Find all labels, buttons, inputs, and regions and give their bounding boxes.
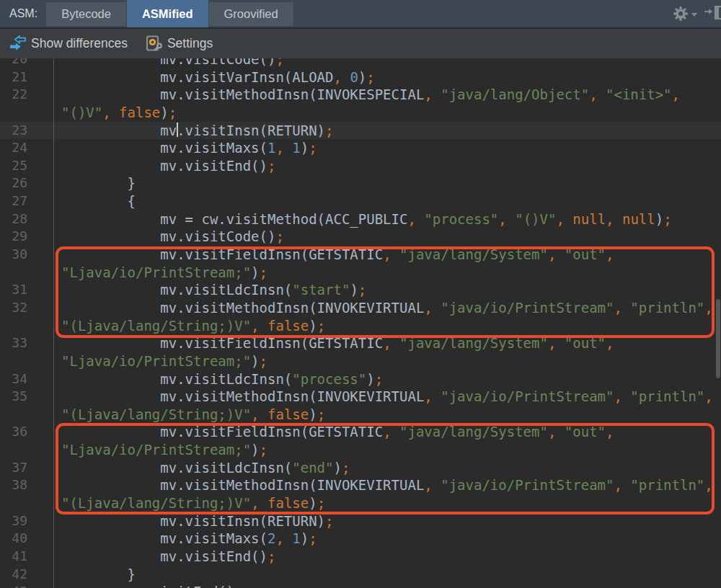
code-editor[interactable]: 20 mv.visitCode();21 mv.visitVarInsn(ALO… xyxy=(0,58,721,588)
code-line[interactable]: 30 mv.visitFieldInsn(GETSTATIC, "java/la… xyxy=(0,246,721,264)
code-text: mv.visitLdcInsn("start"); xyxy=(54,281,366,299)
code-text: "(Ljava/lang/String;)V", false); xyxy=(54,317,325,335)
line-number: 22 xyxy=(0,86,54,104)
code-text: mv.visitFieldInsn(GETSTATIC, "java/lang/… xyxy=(54,246,614,264)
code-text: mv.visitInsn(RETURN); xyxy=(54,512,334,530)
code-text: mv.visitMethodInsn(INVOKESPECIAL, "java/… xyxy=(54,86,680,104)
chevron-down-icon[interactable] xyxy=(691,13,697,17)
show-differences-label: Show differences xyxy=(31,36,128,51)
code-text: mv.visitVarInsn(ALOAD, 0); xyxy=(54,68,375,86)
line-number: 27 xyxy=(0,192,54,210)
code-text: mv.visitFieldInsn(GETSTATIC, "java/lang/… xyxy=(54,334,614,352)
code-line[interactable]: 29 mv.visitCode(); xyxy=(0,228,721,246)
tab-asmified[interactable]: ASMified xyxy=(127,0,208,27)
code-line[interactable]: 42 } xyxy=(0,566,721,584)
code-line[interactable]: 25 mv.visitEnd(); xyxy=(0,157,721,175)
line-number: 43 xyxy=(0,583,54,588)
code-line[interactable]: "(Ljava/lang/String;)V", false); xyxy=(0,406,721,424)
code-line[interactable]: 27 { xyxy=(0,192,721,210)
line-number: 35 xyxy=(0,388,54,406)
tab-bar: ASM: Bytecode ASMified Groovified xyxy=(0,0,721,27)
line-number: 28 xyxy=(0,210,54,228)
line-number xyxy=(0,317,54,335)
code-text: } xyxy=(54,566,136,584)
diff-arrows-icon xyxy=(9,35,27,52)
asm-bytecode-viewer-panel: ASM: Bytecode ASMified Groovified xyxy=(0,0,721,588)
line-number: 30 xyxy=(0,246,54,264)
code-text: mv.visitEnd(); xyxy=(54,548,275,566)
code-line[interactable]: 22 mv.visitMethodInsn(INVOKESPECIAL, "ja… xyxy=(0,86,721,104)
code-text: "Ljava/io/PrintStream;"); xyxy=(54,264,267,282)
tab-bytecode[interactable]: Bytecode xyxy=(46,2,126,26)
panel-label: ASM: xyxy=(0,0,46,27)
code-line[interactable]: 28 mv = cw.visitMethod(ACC_PUBLIC, "proc… xyxy=(0,210,721,228)
code-line[interactable]: "Ljava/io/PrintStream;"); xyxy=(0,352,721,370)
line-number: 32 xyxy=(0,299,54,317)
code-text: { xyxy=(54,192,136,210)
code-line[interactable]: "(Ljava/lang/String;)V", false); xyxy=(0,317,721,335)
tab-label: Bytecode xyxy=(61,7,111,21)
editor-scrollbar-thumb[interactable] xyxy=(716,299,720,378)
tab-label: Groovified xyxy=(224,7,278,21)
line-number: 36 xyxy=(0,423,54,441)
code-line[interactable]: 38 mv.visitMethodInsn(INVOKEVIRTUAL, "ja… xyxy=(0,476,721,494)
tab-groovified[interactable]: Groovified xyxy=(209,2,293,26)
code-line[interactable]: 23 mv.visitInsn(RETURN); xyxy=(0,122,721,140)
code-line[interactable]: "(Ljava/lang/String;)V", false); xyxy=(0,494,721,512)
code-line[interactable]: 33 mv.visitFieldInsn(GETSTATIC, "java/la… xyxy=(0,334,721,352)
code-text: mv.visitInsn(RETURN); xyxy=(54,122,334,140)
code-line[interactable]: 20 mv.visitCode(); xyxy=(0,58,721,68)
code-line[interactable]: 35 mv.visitMethodInsn(INVOKEVIRTUAL, "ja… xyxy=(0,388,721,406)
line-number xyxy=(0,406,54,424)
gear-icon[interactable] xyxy=(673,6,689,22)
line-number xyxy=(0,441,54,459)
code-line[interactable]: 36 mv.visitFieldInsn(GETSTATIC, "java/la… xyxy=(0,423,721,441)
code-line[interactable]: 32 mv.visitMethodInsn(INVOKEVIRTUAL, "ja… xyxy=(0,299,721,317)
line-number: 20 xyxy=(0,58,54,68)
line-number: 34 xyxy=(0,370,54,388)
hide-panel-icon[interactable] xyxy=(704,6,721,22)
code-line[interactable]: 37 mv.visitLdcInsn("end"); xyxy=(0,459,721,477)
code-text: } xyxy=(54,174,136,192)
toolbar: Show differences Settings xyxy=(0,27,721,58)
code-line[interactable]: 41 mv.visitEnd(); xyxy=(0,548,721,566)
code-text: mv.visitCode(); xyxy=(54,228,284,246)
line-number: 31 xyxy=(0,281,54,299)
settings-label: Settings xyxy=(167,36,213,51)
code-line[interactable]: 24 mv.visitMaxs(1, 1); xyxy=(0,139,721,157)
code-text: "Ljava/io/PrintStream;"); xyxy=(54,441,267,459)
code-lines: 20 mv.visitCode();21 mv.visitVarInsn(ALO… xyxy=(0,58,721,588)
code-text: mv.visitLdcInsn("process"); xyxy=(54,370,383,388)
code-text: mv.visitCode(); xyxy=(54,58,284,68)
code-text: mv.visitLdcInsn("end"); xyxy=(54,459,350,477)
code-text: mv.visitEnd(); xyxy=(54,157,275,175)
code-line[interactable]: 43 cw.visitEnd(); xyxy=(0,583,721,588)
line-number: 29 xyxy=(0,228,54,246)
code-line[interactable]: 26 } xyxy=(0,174,721,192)
line-number xyxy=(0,494,54,512)
tab-bar-actions xyxy=(673,0,721,27)
code-text: mv.visitMaxs(1, 1); xyxy=(54,139,317,157)
show-differences-button[interactable]: Show differences xyxy=(9,35,128,52)
code-text: "(Ljava/lang/String;)V", false); xyxy=(54,406,325,424)
code-line[interactable]: 39 mv.visitInsn(RETURN); xyxy=(0,512,721,530)
line-number xyxy=(0,104,54,122)
code-line[interactable]: 21 mv.visitVarInsn(ALOAD, 0); xyxy=(0,68,721,86)
code-line[interactable]: "Ljava/io/PrintStream;"); xyxy=(0,264,721,282)
text-caret xyxy=(177,122,178,137)
line-number: 40 xyxy=(0,530,54,548)
line-number: 26 xyxy=(0,174,54,192)
tab-label: ASMified xyxy=(142,7,193,21)
code-text: mv.visitMethodInsn(INVOKEVIRTUAL, "java/… xyxy=(54,388,713,406)
code-text: "(Ljava/lang/String;)V", false); xyxy=(54,494,325,512)
code-line[interactable]: 34 mv.visitLdcInsn("process"); xyxy=(0,370,721,388)
line-number: 21 xyxy=(0,68,54,86)
settings-button[interactable]: Settings xyxy=(145,35,213,53)
line-number: 23 xyxy=(0,122,54,140)
code-line[interactable]: "()V", false); xyxy=(0,104,721,122)
code-line[interactable]: "Ljava/io/PrintStream;"); xyxy=(0,441,721,459)
line-number: 41 xyxy=(0,548,54,566)
line-number: 38 xyxy=(0,476,54,494)
code-line[interactable]: 40 mv.visitMaxs(2, 1); xyxy=(0,530,721,548)
code-line[interactable]: 31 mv.visitLdcInsn("start"); xyxy=(0,281,721,299)
